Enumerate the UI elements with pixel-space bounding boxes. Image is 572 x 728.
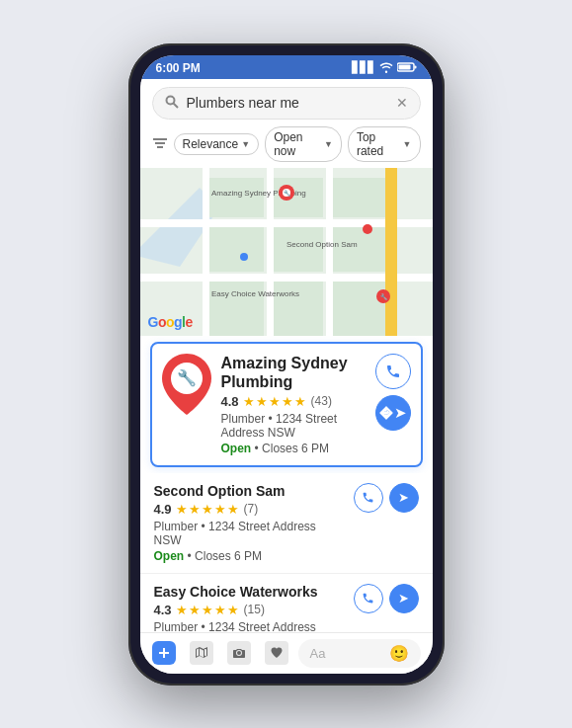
listing-item[interactable]: Second Option Sam 4.9 ★★★★★ (7) Plumber … (140, 473, 433, 574)
bottom-bar: Aa 🙂 (140, 632, 433, 674)
listing-2-actions: ➤ (354, 584, 419, 613)
svg-rect-10 (209, 178, 264, 217)
svg-rect-24 (385, 168, 397, 336)
filter-open-now[interactable]: Open now ▼ (265, 126, 342, 162)
filter-relevance[interactable]: Relevance ▼ (174, 133, 260, 155)
svg-text:🔧: 🔧 (177, 368, 197, 387)
featured-rating-row: 4.8 ★★★★★ (43) (221, 394, 366, 409)
svg-text:🔧: 🔧 (379, 293, 387, 301)
listing-2-type: Plumber • 1234 Street Address NSW (154, 620, 346, 632)
listing-1-actions: ➤ (354, 483, 419, 513)
signal-icon: ▋▋▋ (352, 61, 375, 74)
listing-item-1-info: Second Option Sam 4.9 ★★★★★ (7) Plumber … (154, 483, 346, 563)
svg-rect-13 (209, 227, 264, 272)
svg-text:🔧: 🔧 (283, 190, 290, 198)
status-time: 6:00 PM (156, 61, 201, 75)
svg-rect-2 (414, 65, 416, 68)
listing-2-directions-button[interactable]: ➤ (389, 584, 419, 613)
featured-directions-button[interactable]: ➤ (375, 395, 411, 431)
svg-rect-14 (274, 227, 323, 272)
listing-1-name: Second Option Sam (154, 483, 346, 499)
featured-listing-info: Amazing Sydney Plumbing 4.8 ★★★★★ (43) P… (221, 354, 366, 455)
emoji-icon[interactable]: 🙂 (389, 644, 409, 663)
filter-icon[interactable] (152, 136, 168, 152)
featured-phone-button[interactable] (375, 354, 411, 389)
featured-review-count: (43) (311, 394, 332, 408)
listing-2-phone-button[interactable] (354, 584, 383, 613)
svg-text:Second Option Sam: Second Option Sam (286, 240, 358, 249)
search-icon (165, 95, 179, 112)
listing-1-status: Open • Closes 6 PM (154, 549, 346, 563)
search-input[interactable] (187, 95, 396, 111)
svg-rect-23 (326, 168, 333, 336)
listing-item-2-info: Easy Choice Waterworks 4.3 ★★★★★ (15) Pl… (154, 584, 346, 632)
battery-icon (397, 61, 417, 75)
heart-icon[interactable] (265, 641, 288, 665)
featured-status: Open • Closes 6 PM (221, 442, 366, 455)
chevron-down-icon: ▼ (241, 139, 250, 149)
svg-rect-15 (333, 227, 392, 272)
listing-pin-icon: 🔧 (162, 354, 211, 413)
search-bar[interactable]: ✕ (152, 87, 421, 120)
listing-1-rating: 4.9 ★★★★★ (7) (154, 502, 346, 517)
wifi-icon (379, 61, 393, 75)
featured-listing-name: Amazing Sydney Plumbing (221, 354, 366, 391)
filter-row: Relevance ▼ Open now ▼ Top rated ▼ (152, 126, 421, 162)
chevron-down-icon: ▼ (403, 139, 412, 149)
clear-icon[interactable]: ✕ (396, 95, 408, 111)
svg-line-4 (173, 103, 178, 108)
listing-2-rating: 4.3 ★★★★★ (15) (154, 603, 346, 617)
google-logo: Google (148, 314, 193, 330)
featured-listing-actions: ➤ (375, 354, 411, 431)
filter-top-rated[interactable]: Top rated ▼ (348, 126, 421, 162)
svg-point-3 (166, 96, 174, 104)
svg-rect-12 (333, 178, 392, 217)
status-icons: ▋▋▋ (352, 61, 417, 75)
featured-type-address: Plumber • 1234 Street Address NSW (221, 412, 366, 440)
chevron-down-icon: ▼ (324, 139, 333, 149)
add-icon[interactable] (152, 641, 176, 665)
featured-stars: ★★★★★ (243, 394, 307, 409)
listings-area: Second Option Sam 4.9 ★★★★★ (7) Plumber … (140, 473, 433, 632)
search-area: ✕ Relevance ▼ Open now ▼ (140, 79, 433, 168)
phone-frame: 6:00 PM ▋▋▋ (128, 43, 445, 686)
svg-text:Easy Choice Waterworks: Easy Choice Waterworks (211, 289, 299, 298)
phone-screen: 6:00 PM ▋▋▋ (140, 55, 433, 674)
svg-rect-21 (203, 168, 209, 336)
map-svg: Amazing Sydney Plumbing Second Option Sa… (140, 168, 433, 336)
featured-listing[interactable]: 🔧 Amazing Sydney Plumbing 4.8 ★★★★★ (43)… (150, 342, 423, 467)
listing-item[interactable]: Easy Choice Waterworks 4.3 ★★★★★ (15) Pl… (140, 574, 433, 632)
listing-2-name: Easy Choice Waterworks (154, 584, 346, 600)
listing-1-type: Plumber • 1234 Street Address NSW (154, 520, 346, 547)
svg-point-32 (363, 224, 372, 234)
svg-rect-39 (159, 652, 169, 654)
bottom-icons (152, 641, 288, 665)
camera-icon[interactable] (227, 641, 251, 665)
map-area[interactable]: Amazing Sydney Plumbing Second Option Sa… (140, 168, 433, 336)
bottom-search-placeholder: Aa (310, 646, 326, 661)
featured-rating-num: 4.8 (221, 394, 239, 409)
map-icon[interactable] (190, 641, 213, 665)
listing-1-phone-button[interactable] (354, 483, 383, 513)
svg-point-35 (240, 253, 248, 261)
bottom-search-bar[interactable]: Aa 🙂 (298, 639, 421, 668)
listing-1-directions-button[interactable]: ➤ (389, 483, 419, 513)
status-bar: 6:00 PM ▋▋▋ (140, 55, 433, 79)
svg-rect-1 (398, 64, 410, 69)
